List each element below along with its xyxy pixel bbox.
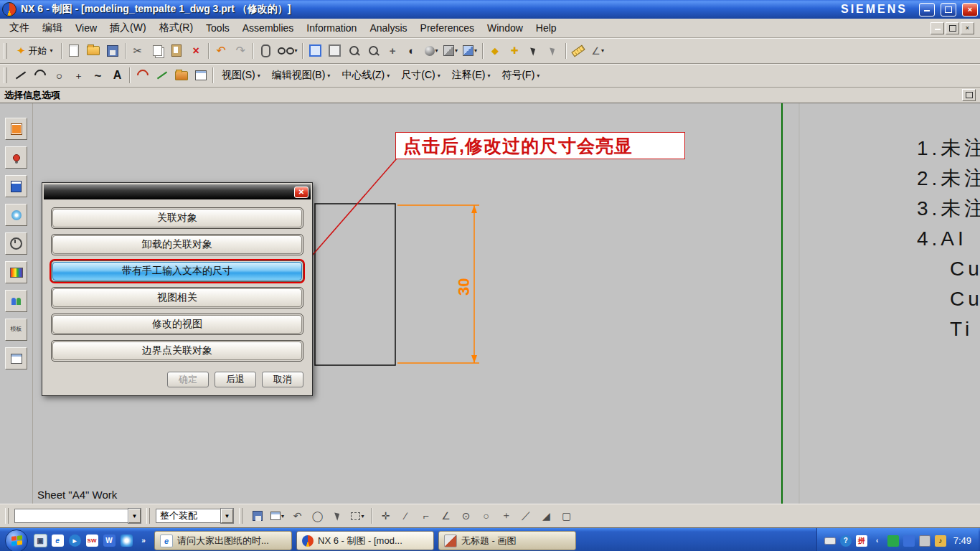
zoom-box-button[interactable] bbox=[325, 42, 344, 60]
snap-point-button[interactable]: ◆ bbox=[486, 42, 505, 60]
selection-scope-arrow[interactable]: ▼ bbox=[221, 509, 233, 523]
snap-quadrant-button[interactable]: ○ bbox=[477, 507, 495, 524]
zoom-button[interactable] bbox=[344, 42, 364, 60]
dialog-item-boundary-point-associated-objects[interactable]: 边界点关联对象 bbox=[52, 342, 302, 360]
rectangle-select-button[interactable]: ▾ bbox=[349, 507, 367, 524]
text-tool-button[interactable]: A bbox=[108, 66, 127, 85]
menu-help[interactable]: Help bbox=[529, 20, 563, 36]
start-menu-button[interactable]: ✦ 开始 ▾ bbox=[11, 42, 59, 60]
copy-button[interactable] bbox=[148, 42, 167, 60]
measure-distance-button[interactable] bbox=[569, 42, 588, 60]
new-file-button[interactable] bbox=[65, 42, 84, 60]
snap-corner-button[interactable]: ⌐ bbox=[417, 507, 435, 524]
menu-file[interactable]: 文件 bbox=[3, 19, 36, 37]
zoom-in-out-button[interactable] bbox=[364, 42, 383, 60]
toolbar-grip[interactable] bbox=[4, 67, 7, 83]
solidworks-quicklaunch-button[interactable]: SW bbox=[84, 533, 100, 549]
perspective-button[interactable]: ◐ bbox=[402, 42, 422, 60]
materials-palette-button[interactable] bbox=[5, 261, 27, 283]
snap-disk-button[interactable] bbox=[248, 507, 266, 524]
mdi-minimize-button[interactable] bbox=[930, 22, 944, 34]
cue-bar-options-button[interactable] bbox=[962, 89, 976, 101]
select-scope-button[interactable] bbox=[544, 42, 563, 60]
snap-arc-center-button[interactable]: ⊙ bbox=[457, 507, 475, 524]
constraint-navigator-button[interactable] bbox=[5, 146, 27, 169]
dialog-item-unloaded-associated-objects[interactable]: 卸载的关联对象 bbox=[52, 235, 302, 254]
snap-midpoint-button[interactable]: ✛ bbox=[377, 507, 395, 524]
view-dropdown[interactable]: 视图(S)▾ bbox=[216, 67, 266, 84]
open-file-button[interactable] bbox=[84, 42, 103, 60]
menu-assemblies[interactable]: Assemblies bbox=[236, 20, 301, 36]
taskbar-window-paint[interactable]: 无标题 - 画图 bbox=[438, 531, 576, 550]
drawing-canvas[interactable]: 30 点击后,修改过的尺寸会亮显 1.未注 2.未注 3.未注 4.AI Cu … bbox=[33, 103, 980, 504]
volume-icon[interactable]: ♪ bbox=[935, 535, 946, 547]
antivirus-icon[interactable] bbox=[887, 535, 899, 547]
pan-button[interactable]: + bbox=[383, 42, 402, 60]
restore-button[interactable] bbox=[941, 3, 956, 17]
scene-palette-button[interactable] bbox=[5, 347, 27, 369]
part-navigator-button[interactable] bbox=[5, 175, 27, 197]
cancel-button[interactable]: 取消 bbox=[262, 372, 303, 387]
point-tool-button[interactable]: ＋ bbox=[69, 66, 88, 85]
selection-scope-combo[interactable]: 整个装配 ▼ bbox=[156, 509, 233, 523]
orient-view-button[interactable]: ▾ bbox=[461, 42, 480, 60]
sheet-tool-button[interactable] bbox=[171, 66, 191, 85]
dialog-title-bar[interactable]: ✕ bbox=[44, 184, 311, 199]
spline-tool-button[interactable]: ~ bbox=[88, 66, 108, 85]
taskbar-window-forum[interactable]: e 请问大家出图纸的时... bbox=[154, 531, 292, 550]
centerline-dropdown[interactable]: 中心线(Z)▾ bbox=[336, 67, 395, 84]
back-arrow-button[interactable]: ↶ bbox=[288, 507, 306, 524]
menu-analysis[interactable]: Analysis bbox=[363, 20, 413, 36]
input-method-icon[interactable]: 拼 bbox=[856, 535, 867, 547]
history-palette-button[interactable] bbox=[5, 232, 27, 255]
redo-button[interactable]: ↷ bbox=[231, 42, 250, 60]
fit-view-button[interactable] bbox=[306, 42, 325, 60]
toolbar-grip[interactable] bbox=[239, 508, 242, 524]
paste-button[interactable] bbox=[167, 42, 187, 60]
snap-grid-button[interactable]: ▾ bbox=[268, 507, 286, 524]
quicklaunch-overflow-button[interactable]: » bbox=[136, 533, 151, 549]
command-finder-button[interactable] bbox=[256, 42, 275, 60]
circle-tool-button[interactable]: ○ bbox=[50, 66, 69, 85]
snap-existing-point-button[interactable]: ＋ bbox=[497, 507, 515, 524]
delete-button[interactable]: × bbox=[187, 42, 206, 60]
shaded-view-button[interactable]: ▾ bbox=[422, 42, 441, 60]
close-button[interactable]: × bbox=[962, 3, 978, 17]
dialog-item-view-dependent[interactable]: 视图相关 bbox=[52, 288, 302, 307]
undo-button[interactable]: ↶ bbox=[212, 42, 231, 60]
toolbar-grip[interactable] bbox=[4, 43, 7, 59]
selection-filter-arrow[interactable]: ▼ bbox=[128, 509, 141, 523]
snap-point-on-face-button[interactable]: ◢ bbox=[537, 507, 555, 524]
dialog-item-dimensions-with-manual-text[interactable]: 带有手工输入文本的尺寸 bbox=[52, 262, 302, 281]
reuse-library-button[interactable] bbox=[5, 204, 27, 226]
symbol-dropdown[interactable]: 符号(F)▾ bbox=[496, 67, 545, 84]
taskbar-window-nx[interactable]: NX 6 - 制图 - [mod... bbox=[296, 531, 434, 550]
measure-angle-button[interactable]: ∠▾ bbox=[588, 42, 608, 60]
show-desktop-button[interactable]: ▣ bbox=[32, 533, 48, 549]
profile-tool-button[interactable] bbox=[133, 66, 152, 85]
keyboard-icon[interactable] bbox=[824, 537, 836, 545]
view-popup-button[interactable]: ▾ bbox=[275, 42, 300, 60]
annotation-dropdown[interactable]: 注释(E)▾ bbox=[446, 67, 496, 84]
menu-insert[interactable]: 插入(W) bbox=[103, 19, 153, 37]
menu-preferences[interactable]: Preferences bbox=[414, 20, 481, 36]
hidden-icons-chevron[interactable]: ‹ bbox=[872, 535, 883, 547]
line-tool-button[interactable] bbox=[11, 66, 30, 85]
dialog-item-modified-views[interactable]: 修改的视图 bbox=[52, 315, 302, 334]
menu-information[interactable]: Information bbox=[300, 20, 363, 36]
browser-quicklaunch-button[interactable] bbox=[118, 533, 134, 549]
dimension-dropdown[interactable]: 尺寸(C)▾ bbox=[395, 67, 446, 84]
help-icon[interactable]: ? bbox=[840, 535, 852, 547]
toolbar-grip[interactable] bbox=[146, 508, 150, 524]
selection-filter-combo[interactable]: ▼ bbox=[14, 509, 141, 523]
table-tool-button[interactable] bbox=[191, 66, 210, 85]
roles-palette-button[interactable] bbox=[5, 290, 27, 312]
wps-quicklaunch-button[interactable]: W bbox=[101, 533, 117, 549]
ellipse-snap-button[interactable]: ◯ bbox=[308, 507, 326, 524]
media-quicklaunch-button[interactable]: ▸ bbox=[67, 533, 83, 549]
menu-tools[interactable]: Tools bbox=[199, 20, 236, 36]
assembly-navigator-button[interactable] bbox=[5, 118, 27, 140]
menu-window[interactable]: Window bbox=[481, 20, 529, 36]
menu-format[interactable]: 格式(R) bbox=[153, 19, 199, 37]
printer-icon[interactable] bbox=[919, 535, 930, 547]
